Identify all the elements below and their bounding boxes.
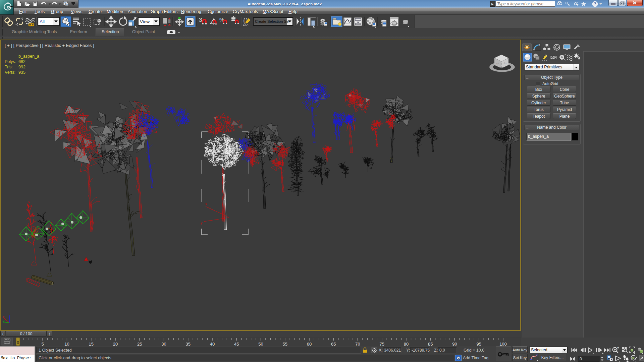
svg-text:35: 35: [186, 342, 191, 346]
svg-text:15: 15: [89, 342, 94, 346]
svg-text:?: ?: [594, 2, 596, 6]
svg-text:±: ±: [617, 346, 619, 350]
svg-text:100: 100: [499, 342, 507, 346]
svg-text:50: 50: [258, 342, 263, 346]
svg-text:65: 65: [331, 342, 336, 346]
svg-text:60: 60: [307, 342, 312, 346]
svg-text:85: 85: [428, 342, 433, 346]
svg-text:80: 80: [404, 342, 409, 346]
svg-text:40: 40: [210, 342, 215, 346]
svg-text:10: 10: [64, 342, 69, 346]
svg-text:25: 25: [137, 342, 142, 346]
svg-text:All: All: [40, 19, 45, 24]
svg-text:3: 3: [199, 17, 202, 23]
svg-text:View: View: [140, 19, 150, 24]
svg-text:x: x: [205, 202, 207, 206]
svg-text:30: 30: [161, 342, 166, 346]
svg-text:55: 55: [283, 342, 287, 346]
svg-text:45: 45: [234, 342, 239, 346]
svg-text:95: 95: [477, 342, 481, 346]
svg-text:0: 0: [580, 357, 582, 361]
svg-text:ABC: ABC: [243, 24, 249, 27]
svg-text:75: 75: [380, 342, 384, 346]
svg-text:x: x: [3, 315, 5, 319]
svg-text:y: y: [3, 319, 5, 323]
svg-text:5: 5: [42, 342, 44, 346]
svg-text:70: 70: [355, 342, 360, 346]
svg-text:Create Selection Se: Create Selection Se: [255, 19, 288, 23]
svg-text:y: y: [201, 221, 203, 225]
svg-text:20: 20: [113, 342, 118, 346]
svg-text:0: 0: [17, 341, 19, 345]
svg-text:90: 90: [452, 342, 457, 346]
